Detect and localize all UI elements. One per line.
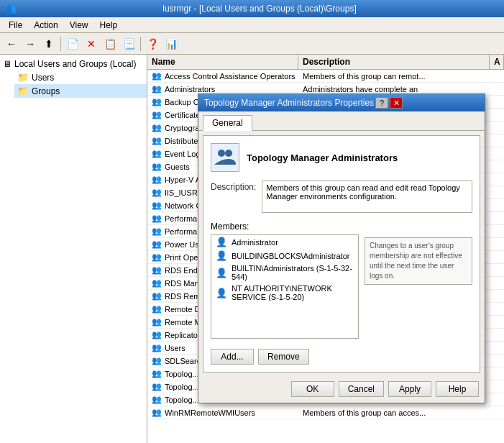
member-item[interactable]: 👤 BUILTIN\Administrators (S-1-5-32-544) [211, 262, 358, 283]
group-icon: 👥 [152, 97, 162, 106]
list-item[interactable]: 👥Access Control Assistance Operators Mem… [147, 70, 504, 83]
dialog-tab-content: Topology Manager Administrators Descript… [203, 135, 480, 373]
tab-bar: General [198, 111, 485, 131]
toolbar-back[interactable]: ← [3, 35, 20, 52]
apply-button[interactable]: Apply [388, 381, 431, 397]
members-label: Members: [211, 221, 472, 232]
folder-icon-users: 📁 [17, 72, 29, 83]
help-button[interactable]: Help [436, 381, 479, 397]
list-cell-name: 👥Access Control Assistance Operators [147, 70, 298, 82]
member-name: BUILDINGBLOCKS\Administrator [232, 252, 349, 260]
tree-root[interactable]: 🖥 Local Users and Groups (Local) [0, 58, 147, 70]
list-cell-desc: Members of this group can acces... [298, 407, 504, 419]
members-list[interactable]: 👤 Administrator 👤 BUILDINGBLOCKS\Adminis… [211, 234, 359, 339]
group-icon: 👥 [152, 395, 162, 404]
group-icon: 👥 [152, 343, 162, 352]
description-label: Description: [211, 181, 256, 192]
list-cell-name: 👥WinRMRemoteWMIUsers [147, 406, 298, 419]
dialog-close-btn[interactable]: ✕ [390, 97, 403, 109]
dialog-title-text: Topology Manager Administrators Properti… [204, 98, 374, 108]
toolbar-help[interactable]: ❓ [144, 35, 161, 52]
toolbar-delete[interactable]: ✕ [83, 35, 100, 52]
properties-dialog: Topology Manager Administrators Properti… [198, 93, 485, 403]
toolbar-up[interactable]: ⬆ [40, 35, 58, 52]
group-icon: 👥 [152, 188, 162, 197]
menu-file[interactable]: File [3, 19, 28, 32]
menu-action[interactable]: Action [28, 19, 63, 32]
member-item[interactable]: 👤 Administrator [211, 235, 358, 249]
group-icon: 👥 [152, 201, 162, 210]
list-cell-desc: Members of this group can remot... [298, 70, 504, 82]
group-icon: 👥 [152, 265, 162, 275]
group-header: Topology Manager Administrators [211, 143, 472, 172]
group-header-icon [211, 143, 239, 172]
group-icon: 👥 [152, 175, 162, 184]
ok-button[interactable]: OK [291, 381, 334, 397]
group-icon: 👥 [152, 162, 162, 171]
menu-view[interactable]: View [64, 19, 94, 32]
list-item[interactable]: 👥WinRMRemoteWMIUsers Members of this gro… [147, 406, 504, 419]
tree-users[interactable]: 📁 Users [14, 70, 147, 84]
toolbar-export[interactable]: 📃 [120, 35, 137, 52]
toolbar: ← → ⬆ 📄 ✕ 📋 📃 ❓ 📊 [0, 33, 504, 55]
tree-groups[interactable]: 📁 Groups [14, 84, 147, 98]
user-icon: 👤 [216, 250, 227, 261]
list-header: Name Description A [147, 55, 504, 70]
group-icon: 👥 [152, 239, 162, 249]
member-item[interactable]: 👤 NT AUTHORITY\NETWORK SERVICE (S-1-5-20… [211, 283, 358, 303]
col-header-desc[interactable]: Description [298, 55, 490, 69]
tree-root-label: Local Users and Groups (Local) [14, 59, 136, 69]
group-name-label: Topology Manager Administrators [247, 152, 398, 163]
dialog-footer: OK Cancel Apply Help [198, 377, 485, 403]
toolbar-properties[interactable]: 📋 [101, 35, 119, 52]
menu-help[interactable]: Help [94, 19, 124, 32]
svg-point-1 [225, 150, 232, 157]
group-icon: 👥 [152, 291, 162, 301]
group-icon: 👥 [152, 123, 162, 132]
group-icon: 👥 [152, 408, 162, 417]
user-icon: 👤 [216, 268, 227, 278]
col-header-a[interactable]: A [490, 55, 504, 69]
membership-notice: Changes to a user's group membership are… [365, 237, 472, 285]
group-icon: 👥 [152, 382, 162, 391]
user-icon: 👤 [216, 288, 227, 298]
dialog-title-bar: Topology Manager Administrators Properti… [198, 94, 485, 111]
dialog-help-btn[interactable]: ? [375, 97, 388, 109]
group-icon: 👥 [152, 214, 162, 223]
group-icon: 👥 [152, 136, 162, 145]
group-icon: 👥 [152, 369, 162, 378]
menu-bar: File Action View Help [0, 17, 504, 33]
tree-groups-label: Groups [32, 86, 60, 96]
tree-users-label: Users [32, 73, 54, 83]
tab-general[interactable]: General [203, 115, 252, 131]
col-header-name[interactable]: Name [147, 55, 298, 69]
group-icon: 👥 [152, 252, 162, 262]
member-item[interactable]: 👤 BUILDINGBLOCKS\Administrator [211, 249, 358, 262]
add-button[interactable]: Add... [211, 349, 254, 365]
member-name: NT AUTHORITY\NETWORK SERVICE (S-1-5-20) [232, 284, 354, 301]
group-icon: 👥 [152, 356, 162, 365]
tree-children: 📁 Users 📁 Groups [0, 70, 147, 98]
description-row: Description: [211, 181, 472, 213]
tree-panel: 🖥 Local Users and Groups (Local) 📁 Users… [0, 55, 147, 443]
svg-point-0 [218, 150, 225, 157]
group-icon: 👥 [152, 278, 162, 288]
user-icon: 👤 [216, 237, 227, 247]
group-icon: 👥 [152, 110, 162, 119]
window-title: lusrmgr - [Local Users and Groups (Local… [21, 4, 498, 14]
group-icon: 👥 [152, 71, 162, 81]
app-icon: 👥 [6, 4, 17, 14]
remove-button[interactable]: Remove [258, 349, 309, 365]
title-bar: 👥 lusrmgr - [Local Users and Groups (Loc… [0, 0, 504, 17]
group-icon: 👥 [152, 317, 162, 326]
toolbar-view[interactable]: 📊 [162, 35, 180, 52]
cancel-button[interactable]: Cancel [339, 381, 384, 397]
member-name: Administrator [232, 238, 278, 247]
toolbar-forward[interactable]: → [22, 35, 39, 52]
group-icon: 👥 [152, 84, 162, 93]
group-icon: 👥 [152, 330, 162, 339]
description-textarea[interactable] [262, 181, 472, 213]
toolbar-new[interactable]: 📄 [64, 35, 81, 52]
toolbar-sep2 [140, 37, 141, 51]
toolbar-sep1 [60, 37, 61, 51]
